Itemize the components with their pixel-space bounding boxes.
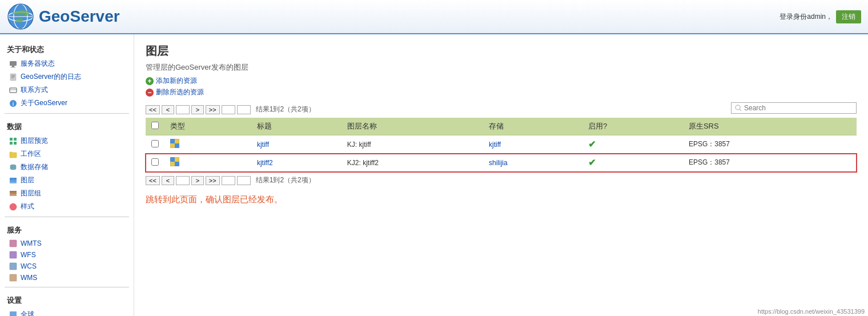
sidebar-item-server-status[interactable]: 服务器状态 (0, 57, 134, 70)
pagination-next-btn[interactable]: > (191, 105, 204, 114)
logout-button[interactable]: 注销 (836, 10, 861, 23)
sidebar-item-wfs[interactable]: WFS (0, 249, 134, 261)
sidebar-item-layergroup[interactable]: 图层组 (0, 187, 134, 200)
raster-icon-2 (170, 157, 179, 166)
row1-check-cell (146, 135, 164, 154)
sidebar-item-datastore[interactable]: 数据存储 (0, 161, 134, 174)
wmts-icon (9, 239, 17, 247)
annotation-text: 跳转到此页面，确认图层已经发布。 (146, 194, 857, 205)
db-icon (9, 163, 17, 171)
svg-rect-46 (170, 162, 175, 166)
row2-title-cell[interactable]: kjtiff2 (251, 154, 341, 172)
row2-checkbox[interactable] (151, 158, 159, 166)
select-all-checkbox[interactable] (151, 122, 159, 129)
logo-area: GeoServer (7, 3, 120, 30)
svg-line-38 (740, 109, 741, 111)
sidebar-item-workspace[interactable]: 工作区 (0, 147, 134, 161)
svg-rect-44 (170, 157, 175, 162)
pagination-bottom-prev-btn[interactable]: < (162, 176, 174, 185)
sidebar-section-about: 关于和状态 (0, 40, 134, 57)
row1-srs-cell: EPSG：3857 (683, 135, 857, 154)
sidebar-section-data: 数据 (0, 117, 134, 134)
sidebar-label-layergroup: 图层组 (21, 189, 41, 198)
row1-store-cell[interactable]: kjtiff (483, 135, 582, 154)
search-container (731, 102, 857, 114)
sidebar-item-logs[interactable]: GeoServer的的日志 (0, 70, 134, 83)
svg-rect-19 (14, 142, 17, 145)
svg-rect-8 (10, 74, 16, 81)
row2-srs-cell: EPSG：3857 (683, 154, 857, 172)
doc-icon (9, 73, 17, 81)
row1-checkmark: ✔ (588, 139, 596, 149)
sidebar-divider-2 (5, 217, 129, 217)
logo-globe-icon (7, 3, 34, 30)
monitor-icon (9, 60, 17, 68)
sidebar-item-contact[interactable]: 联系方式 (0, 83, 134, 97)
table-header-row: 类型 标题 图层名称 存储 启用? 原生SRS (146, 118, 857, 135)
sidebar-label-wmts: WMTS (21, 239, 42, 247)
svg-rect-30 (10, 240, 17, 247)
sidebar-item-styles[interactable]: 样式 (0, 200, 134, 213)
sidebar-item-about[interactable]: i 关于GeoServer (0, 97, 134, 110)
sidebar-label-datastore: 数据存储 (21, 162, 48, 172)
pagination-bottom-last-btn[interactable]: >> (206, 176, 220, 185)
add-resource-label: 添加新的资源 (156, 76, 197, 86)
row1-type-cell (164, 135, 251, 154)
remove-resource-link[interactable]: − 删除所选的资源 (146, 87, 857, 97)
pagination-first-btn[interactable]: << (146, 105, 160, 114)
page-subtitle: 管理层的GeoServer发布的图层 (146, 62, 857, 73)
link-icon (9, 86, 17, 94)
row2-store-cell[interactable]: shilijia (483, 154, 582, 172)
sidebar-label-layer-preview: 图层预览 (21, 136, 48, 146)
footer-url: https://blog.csdn.net/weixin_43531399 (754, 307, 868, 316)
pagination-last-btn[interactable]: >> (206, 105, 220, 114)
row2-type-cell (164, 154, 251, 172)
pagination-bottom-page-input[interactable]: 1 (176, 176, 190, 185)
row1-checkbox[interactable] (151, 140, 159, 147)
row1-title-cell[interactable]: kjtiff (251, 135, 341, 154)
svg-rect-47 (175, 162, 179, 166)
pagination-extra-input1[interactable] (222, 105, 235, 114)
col-title: 标题 (251, 118, 341, 135)
svg-rect-34 (10, 311, 17, 317)
svg-rect-41 (170, 143, 175, 148)
layers-table: 类型 标题 图层名称 存储 启用? 原生SRS (146, 118, 857, 172)
sidebar-label-contact: 联系方式 (21, 85, 48, 95)
pagination-prev-btn[interactable]: < (162, 105, 174, 114)
sidebar-section-settings: 设置 (0, 291, 134, 308)
pagination-extra-input2[interactable] (237, 105, 251, 114)
wms-icon (9, 274, 17, 282)
sidebar-item-wms[interactable]: WMS (0, 272, 134, 283)
svg-rect-45 (175, 157, 179, 162)
pagination-bottom-first-btn[interactable]: << (146, 176, 160, 185)
svg-rect-33 (10, 274, 17, 281)
pagination-bottom-extra2[interactable] (237, 176, 251, 185)
sidebar-label-styles: 样式 (21, 202, 34, 211)
pagination-bottom-next-btn[interactable]: > (191, 176, 204, 185)
add-resource-link[interactable]: + 添加新的资源 (146, 76, 857, 86)
sidebar-label-server-status: 服务器状态 (21, 59, 55, 69)
pagination-page-input[interactable]: 1 (176, 105, 190, 114)
wfs-icon (9, 251, 17, 259)
col-type: 类型 (164, 118, 251, 135)
sidebar-item-wmts[interactable]: WMTS (0, 238, 134, 249)
table-top-row: << < 1 > >> 结果1到2（共2项） (146, 99, 857, 117)
search-icon (735, 105, 742, 111)
search-input[interactable] (744, 104, 853, 112)
sidebar-item-layer-preview[interactable]: 图层预览 (0, 134, 134, 147)
remove-resource-label: 删除所选的资源 (156, 87, 204, 97)
sidebar-item-layers[interactable]: 图层 (0, 174, 134, 187)
sidebar-item-global[interactable]: 全球 (0, 308, 134, 316)
svg-point-29 (10, 203, 17, 210)
sidebar-label-workspace: 工作区 (21, 149, 41, 159)
svg-rect-7 (11, 67, 15, 67)
sidebar: 关于和状态 服务器状态 GeoServer的的日志 联系方式 i 关于GeoSe… (0, 34, 134, 316)
col-check (146, 118, 164, 135)
svg-rect-6 (12, 66, 14, 67)
sidebar-divider-1 (5, 113, 129, 114)
pagination-bottom-extra1[interactable] (222, 176, 235, 185)
row2-layername-cell: KJ2: kjtiff2 (341, 154, 483, 172)
svg-rect-12 (10, 88, 17, 93)
add-icon: + (146, 77, 154, 85)
sidebar-item-wcs[interactable]: WCS (0, 261, 134, 272)
